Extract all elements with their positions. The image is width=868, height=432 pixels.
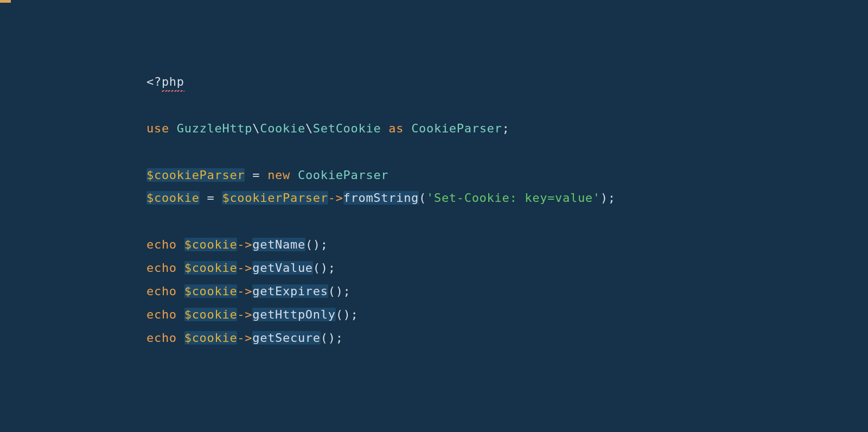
code-token: echo <box>146 331 177 345</box>
code-token: $cookierParser <box>222 191 328 205</box>
code-token: as <box>388 122 404 135</box>
code-line[interactable]: use GuzzleHttp\Cookie\SetCookie as Cooki… <box>146 117 868 141</box>
code-line[interactable]: echo $cookie->getSecure(); <box>146 327 868 350</box>
code-token: () <box>313 261 328 275</box>
code-token: echo <box>146 261 177 275</box>
code-token: ; <box>608 191 616 205</box>
code-token: () <box>328 284 343 298</box>
code-token: getExpires <box>252 284 328 298</box>
code-token: $cookie <box>184 238 238 251</box>
code-token: SetCookie <box>313 122 381 135</box>
code-token <box>177 238 184 251</box>
code-line[interactable]: echo $cookie->getValue(); <box>146 257 868 280</box>
code-token: 'Set-Cookie: key=value' <box>426 191 601 205</box>
top-accent-bar <box>0 0 11 3</box>
code-token: () <box>321 331 336 345</box>
code-token <box>177 261 184 275</box>
code-token <box>169 122 177 135</box>
code-token: = <box>200 191 222 205</box>
code-token: getSecure <box>252 331 321 345</box>
code-token: use <box>146 122 169 135</box>
code-line[interactable]: echo $cookie->getName(); <box>146 233 868 257</box>
code-token: echo <box>146 284 177 298</box>
code-line[interactable] <box>146 94 868 117</box>
code-token: getName <box>252 238 305 251</box>
code-editor[interactable]: <?php use GuzzleHttp\Cookie\SetCookie as… <box>0 0 868 350</box>
code-line[interactable] <box>146 141 868 164</box>
code-line[interactable]: $cookie = $cookierParser->fromString('Se… <box>146 187 868 210</box>
code-line[interactable]: <?php <box>146 71 868 94</box>
code-token: echo <box>146 238 177 251</box>
code-token: \ <box>252 122 260 135</box>
code-token: ; <box>336 331 343 345</box>
code-token: CookieParser <box>298 168 388 182</box>
code-line[interactable] <box>146 210 868 233</box>
code-token: $cookie <box>184 261 238 275</box>
code-token: -> <box>237 284 252 298</box>
code-token: ; <box>321 238 328 251</box>
code-token: ; <box>328 261 336 275</box>
code-token <box>290 168 298 182</box>
code-token: -> <box>328 191 343 205</box>
code-token: getHttpOnly <box>252 308 335 321</box>
code-line[interactable]: $cookieParser = new CookieParser <box>146 164 868 187</box>
code-token: $cookie <box>146 191 200 205</box>
code-token <box>177 308 184 321</box>
code-token: <? <box>146 75 162 88</box>
code-token: \ <box>305 122 313 135</box>
code-token <box>404 122 411 135</box>
code-token: -> <box>237 238 252 251</box>
code-token: ( <box>419 191 426 205</box>
code-token: ; <box>343 284 351 298</box>
code-token: CookieParser <box>411 122 502 135</box>
code-token: php <box>162 71 184 94</box>
code-token: echo <box>146 308 177 321</box>
code-line[interactable]: echo $cookie->getHttpOnly(); <box>146 303 868 327</box>
code-token <box>177 284 184 298</box>
code-token: $cookie <box>184 284 238 298</box>
code-token: ; <box>351 308 359 321</box>
code-token: $cookie <box>184 331 238 345</box>
code-token: getValue <box>252 261 313 275</box>
code-token: Cookie <box>260 122 305 135</box>
code-token: new <box>267 168 290 182</box>
code-token <box>381 122 388 135</box>
code-token: fromString <box>343 191 419 205</box>
code-token: -> <box>237 331 252 345</box>
code-token: ) <box>601 191 608 205</box>
code-token: () <box>305 238 321 251</box>
code-token: $cookie <box>184 308 238 321</box>
code-token <box>177 331 184 345</box>
code-line[interactable]: echo $cookie->getExpires(); <box>146 280 868 303</box>
code-token: $cookieParser <box>146 168 245 182</box>
code-token: GuzzleHttp <box>177 122 252 135</box>
code-token: ; <box>502 122 509 135</box>
code-token: () <box>336 308 351 321</box>
code-token: -> <box>237 261 252 275</box>
code-token: = <box>245 168 267 182</box>
code-token: -> <box>237 308 252 321</box>
